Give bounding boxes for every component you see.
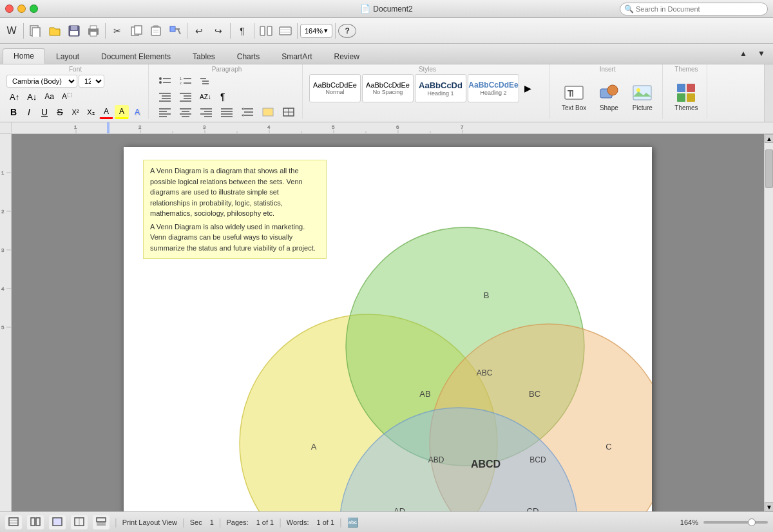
zoom-slider-thumb[interactable] — [748, 518, 756, 526]
scrollbar-thumb[interactable] — [765, 149, 773, 188]
view-button[interactable] — [276, 21, 294, 41]
textbox-label: Text Box — [562, 104, 586, 111]
copy-button[interactable] — [128, 21, 146, 41]
font-name-select[interactable]: Cambria (Body) — [6, 75, 77, 88]
decrease-font-btn[interactable]: A↓ — [24, 90, 40, 104]
doc-area[interactable]: A Venn Diagram is a diagram that shows a… — [12, 134, 764, 511]
tab-charts[interactable]: Charts — [226, 49, 271, 64]
shading-btn[interactable] — [258, 105, 278, 119]
shape-button[interactable]: Shape — [593, 80, 625, 114]
sort-btn[interactable]: AZ↓ — [196, 90, 215, 104]
scroll-area: 1 2 3 4 5 A Venn Diagram is a diagram th… — [0, 134, 773, 511]
open-button[interactable] — [46, 21, 64, 41]
textbox-button[interactable]: T Text Box — [557, 80, 591, 114]
tab-smartart[interactable]: SmartArt — [271, 49, 323, 64]
align-right-btn[interactable] — [196, 105, 216, 119]
svg-text:1: 1 — [1, 170, 5, 176]
svg-text:2: 2 — [138, 124, 142, 130]
view-icon-3[interactable] — [49, 515, 66, 529]
ribbon-collapse[interactable]: ▲ — [734, 43, 752, 64]
search-area: 🔍 — [620, 3, 768, 15]
svg-text:3: 3 — [203, 124, 206, 130]
borders-btn[interactable] — [279, 105, 298, 119]
increase-font-btn[interactable]: A↑ — [6, 90, 23, 104]
view-icon-1[interactable] — [5, 515, 22, 529]
maximize-button[interactable] — [30, 5, 38, 13]
label-cd: CD — [527, 506, 539, 511]
tab-layout[interactable]: Layout — [45, 49, 90, 64]
new-button[interactable] — [26, 21, 44, 41]
tab-review[interactable]: Review — [323, 49, 370, 64]
undo-button[interactable]: ↩ — [190, 21, 208, 41]
increase-indent-btn[interactable] — [176, 90, 195, 104]
style-heading2[interactable]: AaBbCcDdEe Heading 2 — [468, 74, 519, 102]
ribbon-expand[interactable]: ▼ — [752, 43, 770, 64]
underline-button[interactable]: U — [37, 105, 52, 119]
tab-tables[interactable]: Tables — [182, 49, 226, 64]
scroll-up-btn[interactable]: ▲ — [765, 134, 773, 143]
ribbon-right-panel — [764, 64, 773, 122]
save-button[interactable] — [65, 21, 83, 41]
numbering-btn[interactable]: 1.2. — [176, 74, 195, 88]
themes-button[interactable]: Themes — [669, 80, 703, 114]
style-no-spacing[interactable]: AaBbCcDdEe No Spacing — [362, 74, 414, 102]
bullets-btn[interactable] — [155, 74, 175, 88]
pilcrow-button[interactable]: ¶ — [233, 21, 251, 41]
navtabs: Home Layout Document Elements Tables Cha… — [0, 44, 773, 64]
view-icon-5[interactable] — [93, 515, 110, 529]
tab-home[interactable]: Home — [3, 48, 45, 64]
svg-text:2.: 2. — [180, 81, 182, 85]
view-icon-2[interactable] — [27, 515, 44, 529]
themes-label: Themes — [674, 104, 698, 111]
font-effects-btn[interactable]: A — [130, 105, 144, 119]
svg-text:7: 7 — [461, 124, 464, 130]
decrease-indent-btn[interactable] — [155, 90, 175, 104]
paragraph-controls-row3 — [155, 105, 298, 119]
svg-rect-76 — [687, 93, 695, 102]
format-painter[interactable] — [166, 21, 184, 41]
zoom-slider[interactable] — [703, 521, 768, 524]
font-case-btn[interactable]: Aa — [41, 90, 57, 104]
print-button[interactable] — [84, 21, 102, 41]
titlebar: 📄 Document2 🔍 — [0, 0, 773, 18]
cut-button[interactable]: ✂ — [108, 21, 126, 41]
help-button[interactable]: ? — [338, 24, 356, 38]
columns-button[interactable] — [257, 21, 275, 41]
clear-format-btn[interactable]: A⬚ — [59, 90, 75, 104]
word-icon[interactable]: W — [3, 21, 21, 41]
scroll-down-btn[interactable]: ▼ — [765, 502, 773, 511]
description-box[interactable]: A Venn Diagram is a diagram that shows a… — [143, 160, 327, 259]
redo-button[interactable]: ↪ — [209, 21, 227, 41]
minimize-button[interactable] — [17, 5, 26, 13]
view-icon-4[interactable] — [71, 515, 88, 529]
styles-scroll-right[interactable]: ▶ — [520, 74, 535, 102]
pilcrow-toggle-btn[interactable]: ¶ — [216, 90, 230, 104]
search-input[interactable] — [620, 3, 768, 15]
font-size-select[interactable]: 12 — [79, 75, 104, 88]
align-left-btn[interactable] — [155, 105, 175, 119]
align-center-btn[interactable] — [176, 105, 195, 119]
italic-button[interactable]: I — [22, 105, 36, 119]
right-scrollbar[interactable]: ▲ ▼ — [764, 134, 773, 511]
font-group-title: Font — [6, 66, 144, 73]
line-spacing-btn[interactable] — [238, 105, 257, 119]
font-controls-row3: B I U S X² X₂ A A A — [6, 105, 144, 119]
justify-btn[interactable] — [217, 105, 236, 119]
svg-rect-14 — [170, 26, 175, 32]
picture-button[interactable]: Picture — [626, 80, 658, 114]
style-heading1[interactable]: AaBbCcDd Heading 1 — [415, 74, 466, 102]
multilevel-btn[interactable] — [196, 74, 216, 88]
close-button[interactable] — [5, 5, 14, 13]
subscript-button[interactable]: X₂ — [84, 105, 98, 119]
paste-button[interactable] — [147, 21, 165, 41]
strikethrough-button[interactable]: S — [53, 105, 67, 119]
font-color-btn[interactable]: A — [99, 105, 113, 119]
status-sep-4: | — [279, 517, 282, 527]
svg-point-22 — [159, 77, 162, 80]
ruler-content: 1 2 3 4 5 6 7 — [12, 122, 773, 133]
highlight-btn[interactable]: A — [115, 105, 129, 119]
tab-document-elements[interactable]: Document Elements — [90, 49, 182, 64]
superscript-button[interactable]: X² — [68, 105, 82, 119]
bold-button[interactable]: B — [6, 105, 21, 119]
style-normal[interactable]: AaBbCcDdEe Normal — [309, 74, 361, 102]
